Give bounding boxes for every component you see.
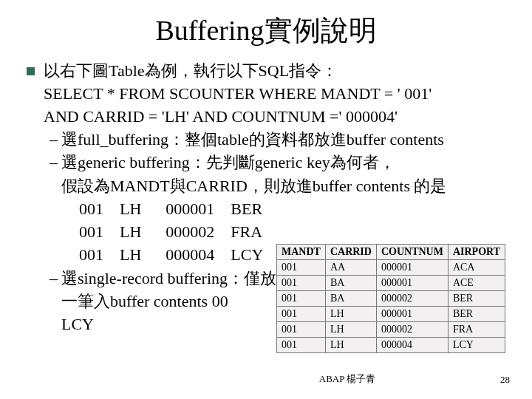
- sub1-text: 選full_buffering：整個table的資料都放進buffer cont…: [61, 128, 505, 151]
- data-table: MANDT CARRID COUNTNUM AIRPORT 001 AA 000…: [276, 244, 505, 353]
- table-row: 001 LH 000001 BER: [277, 307, 505, 322]
- table-body: 001 AA 000001 ACA 001 BA 000001 ACE 001 …: [277, 260, 505, 353]
- sub-bullet-1: – 選full_buffering：整個table的資料都放進buffer co…: [50, 128, 505, 151]
- sub2-line1: 選generic buffering：先判斷generic key為何者，: [61, 151, 505, 174]
- slide-title: Buffering實例說明: [27, 12, 505, 50]
- table-row: 001 LH 000004 LCY: [277, 338, 505, 353]
- sql-line-1: SELECT * FROM SCOUNTER WHERE MANDT = ' 0…: [44, 82, 505, 105]
- th-airport: AIRPORT: [448, 245, 505, 260]
- table-row: 001 BA 000002 BER: [277, 291, 505, 307]
- dash-icon: –: [50, 267, 61, 290]
- th-mandt: MANDT: [277, 245, 326, 260]
- table-row: 001 BA 000001 ACE: [277, 276, 505, 291]
- inline-row-1: 001 LH 000001 BER: [79, 197, 505, 220]
- table-row: 001 LH 000002 FRA: [277, 322, 505, 338]
- inline-row-2: 001 LH 000002 FRA: [79, 220, 505, 243]
- table-header-row: MANDT CARRID COUNTNUM AIRPORT: [277, 245, 505, 260]
- dash-icon: –: [50, 128, 61, 151]
- top-bullet-text: 以右下圖Table為例，執行以下SQL指令：: [44, 60, 338, 82]
- th-countnum: COUNTNUM: [376, 245, 448, 260]
- sub2-line2: 假設為MANDT與CARRID，則放進buffer contents 的是: [61, 174, 505, 197]
- top-bullet: 以右下圖Table為例，執行以下SQL指令：: [27, 60, 505, 82]
- table-row: 001 AA 000001 ACA: [277, 260, 505, 276]
- th-carrid: CARRID: [325, 245, 376, 260]
- dash-icon: –: [50, 151, 61, 174]
- sql-line-2: AND CARRID = 'LH' AND COUNTNUM =' 000004…: [44, 105, 505, 128]
- footer-page-number: 28: [500, 374, 510, 386]
- footer-author: ABAP 楊子青: [0, 372, 532, 386]
- slide: Buffering實例說明 以右下圖Table為例，執行以下SQL指令： SEL…: [0, 0, 532, 399]
- bullet-square-icon: [27, 67, 35, 75]
